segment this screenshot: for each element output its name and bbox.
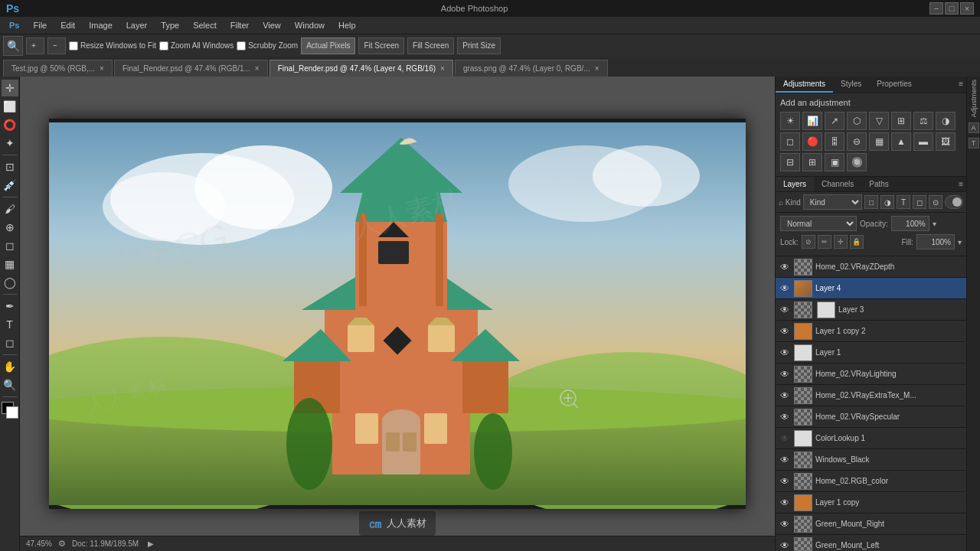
- layer-item-12[interactable]: 👁 Green_Mount_Right: [776, 514, 966, 535]
- restore-button[interactable]: □: [945, 2, 959, 15]
- fit-screen-button[interactable]: Fit Screen: [358, 37, 404, 54]
- layer-6-visibility[interactable]: 👁: [779, 390, 791, 402]
- layer-5-visibility[interactable]: 👁: [779, 368, 791, 380]
- panel-strip-icon-1[interactable]: A: [969, 122, 979, 133]
- menu-select[interactable]: Select: [187, 19, 223, 31]
- lock-transparent-btn[interactable]: ⊘: [802, 235, 815, 249]
- layer-item-8[interactable]: 👁 ColorLookup 1: [776, 428, 966, 449]
- adj-photofilter[interactable]: ◻: [780, 132, 800, 151]
- layer-item-1[interactable]: 👁 Layer 4: [776, 278, 966, 299]
- layer-item-4[interactable]: 👁 Layer 1: [776, 342, 966, 364]
- zoom-tool[interactable]: 🔍: [2, 377, 18, 393]
- layer-11-visibility[interactable]: 👁: [779, 497, 791, 509]
- layer-1-visibility[interactable]: 👁: [779, 282, 791, 295]
- adj-4[interactable]: ⊟: [780, 153, 800, 171]
- window-controls[interactable]: − □ ×: [929, 2, 974, 15]
- adj-vibrance[interactable]: ▽: [869, 112, 889, 130]
- canvas-area[interactable]: RRCG 人人素材 RRCG 人人素材 ㎝ 人人素材 47.45% ⚙ Doc:…: [20, 77, 775, 551]
- actual-pixels-button[interactable]: Actual Pixels: [301, 37, 355, 54]
- foreground-color[interactable]: [2, 402, 18, 419]
- adj-posterize[interactable]: ▦: [869, 132, 889, 151]
- menu-help[interactable]: Help: [332, 19, 362, 31]
- layer-item-0[interactable]: 👁 Home_02.VRayZDepth: [776, 256, 966, 278]
- layers-menu-icon[interactable]: ≡: [956, 177, 966, 191]
- tab-2[interactable]: Final_Render.psd @ 47.4% (Layer 4, RGB/1…: [270, 60, 453, 77]
- resize-windows-checkbox[interactable]: [69, 41, 78, 51]
- adj-channelmix[interactable]: 🔴: [802, 132, 822, 151]
- layer-item-11[interactable]: 👁 Layer 1 copy: [776, 492, 966, 514]
- zoom-all-windows-check[interactable]: Zoom All Windows: [159, 41, 234, 51]
- adj-brightness[interactable]: ☀: [780, 112, 800, 130]
- layer-2-visibility[interactable]: 👁: [779, 304, 791, 316]
- menu-file[interactable]: File: [27, 19, 53, 31]
- layer-10-visibility[interactable]: 👁: [779, 475, 791, 487]
- adj-levels[interactable]: 📊: [802, 112, 822, 130]
- magic-wand-tool[interactable]: ✦: [2, 135, 18, 152]
- menu-edit[interactable]: Edit: [54, 19, 81, 31]
- tab-1-close[interactable]: ×: [255, 64, 260, 73]
- layer-item-7[interactable]: 👁 Home_02.VRaySpecular: [776, 406, 966, 428]
- tab-properties[interactable]: Properties: [869, 77, 920, 93]
- tab-3[interactable]: grass.png @ 47.4% (Layer 0, RGB/... ×: [455, 60, 608, 77]
- close-button[interactable]: ×: [960, 2, 974, 15]
- adj-colorlookup[interactable]: 🎛: [825, 132, 844, 151]
- tab-paths[interactable]: Paths: [861, 177, 897, 191]
- adj-invert[interactable]: ⊖: [847, 132, 867, 151]
- tab-0-close[interactable]: ×: [100, 64, 104, 73]
- layer-filter-adj[interactable]: ◑: [880, 195, 894, 209]
- adj-7[interactable]: 🔘: [847, 153, 867, 171]
- crop-tool[interactable]: ⊡: [2, 158, 18, 175]
- minimize-button[interactable]: −: [929, 2, 943, 15]
- scrubby-zoom-check[interactable]: Scrubby Zoom: [237, 41, 298, 51]
- gradient-tool[interactable]: ▦: [2, 256, 18, 272]
- opacity-input[interactable]: [891, 216, 929, 231]
- layer-item-2[interactable]: 👁 Layer 3: [776, 299, 966, 321]
- fill-screen-button[interactable]: Fill Screen: [407, 37, 454, 54]
- layer-filter-shape[interactable]: ◻: [913, 195, 926, 209]
- blend-mode-select[interactable]: Normal: [780, 216, 857, 231]
- tab-0[interactable]: Test.jpg @ 50% (RGB,... ×: [3, 60, 113, 77]
- layer-9-visibility[interactable]: 👁: [779, 454, 791, 466]
- layer-filter-toggle[interactable]: [945, 195, 963, 209]
- clone-tool[interactable]: ⊕: [2, 219, 18, 236]
- layer-filter-smart[interactable]: ⊙: [929, 195, 942, 209]
- brush-tool[interactable]: 🖌: [2, 201, 18, 217]
- adj-colorbalance[interactable]: ⚖: [913, 112, 933, 130]
- eyedropper-tool[interactable]: 💉: [2, 177, 18, 194]
- menu-layer[interactable]: Layer: [120, 19, 154, 31]
- adj-threshold[interactable]: ▲: [891, 132, 911, 151]
- print-size-button[interactable]: Print Size: [457, 37, 501, 54]
- tab-3-close[interactable]: ×: [595, 64, 599, 73]
- menu-filter[interactable]: Filter: [224, 19, 255, 31]
- adj-selectivecolor[interactable]: 🖼: [936, 132, 956, 151]
- kind-select[interactable]: Kind: [803, 194, 862, 210]
- collapse-adjustments-icon[interactable]: Adjustments: [970, 80, 978, 118]
- type-tool[interactable]: T: [2, 316, 18, 333]
- fill-arrow[interactable]: ▾: [958, 238, 962, 246]
- layer-item-13[interactable]: 👁 Green_Mount_Left: [776, 535, 966, 551]
- zoom-all-windows-checkbox[interactable]: [159, 41, 168, 51]
- adj-curves[interactable]: ↗: [825, 112, 844, 130]
- marquee-tool[interactable]: ⬜: [2, 98, 18, 115]
- layer-filter-pixel[interactable]: □: [864, 195, 878, 209]
- scrubby-zoom-checkbox[interactable]: [237, 41, 246, 51]
- layer-3-visibility[interactable]: 👁: [779, 325, 791, 337]
- background-swatch[interactable]: [6, 406, 18, 419]
- layer-8-visibility[interactable]: 👁: [779, 432, 791, 445]
- tab-2-close[interactable]: ×: [440, 64, 445, 73]
- lock-all-btn[interactable]: 🔒: [850, 235, 864, 249]
- zoom-in-button[interactable]: +: [26, 37, 44, 54]
- menu-ps[interactable]: Ps: [3, 19, 25, 31]
- layer-item-6[interactable]: 👁 Home_02.VRayExtraTex_M...: [776, 385, 966, 406]
- hand-tool[interactable]: ✋: [2, 358, 18, 375]
- lasso-tool[interactable]: ⭕: [2, 116, 18, 133]
- eraser-tool[interactable]: ◻: [2, 237, 18, 254]
- layer-0-visibility[interactable]: 👁: [779, 261, 791, 273]
- panel-strip-icon-2[interactable]: T: [969, 138, 979, 148]
- adj-gradient[interactable]: ▬: [913, 132, 933, 151]
- menu-view[interactable]: View: [256, 19, 287, 31]
- tab-channels[interactable]: Channels: [814, 177, 861, 191]
- lock-pixels-btn[interactable]: ✏: [818, 235, 831, 249]
- shape-tool[interactable]: ◻: [2, 334, 18, 351]
- scroll-arrow[interactable]: ▶: [148, 540, 154, 548]
